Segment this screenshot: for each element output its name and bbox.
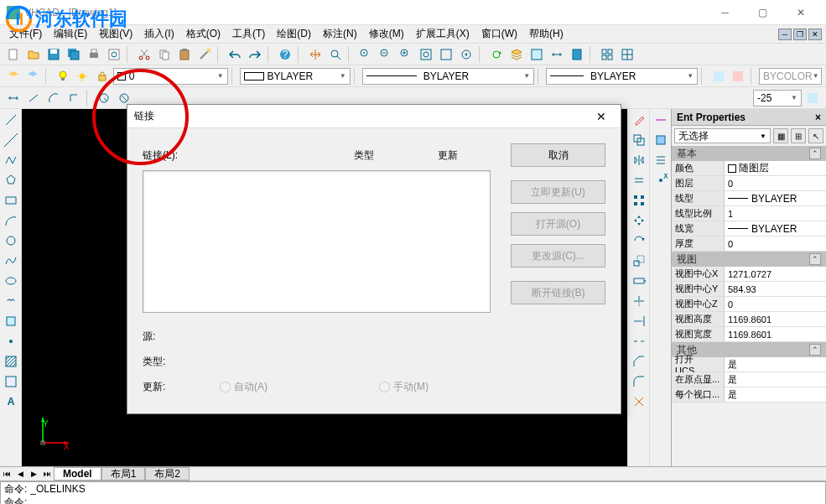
change-source-button[interactable]: 更改源(C)...: [511, 244, 605, 268]
type-label: 类型:: [143, 355, 165, 369]
dialog-overlay: 链接 ✕ 链接(L): 类型 更新 取消 立即更新(U) 打开源(O) 更改源(…: [0, 0, 826, 504]
open-source-button[interactable]: 打开源(O): [511, 212, 605, 236]
update-now-button[interactable]: 立即更新(U): [511, 180, 605, 204]
links-dialog: 链接 ✕ 链接(L): 类型 更新 取消 立即更新(U) 打开源(O) 更改源(…: [127, 104, 621, 414]
links-label: 链接(L):: [143, 148, 178, 163]
dialog-close-button[interactable]: ✕: [589, 107, 614, 127]
update-column: 更新: [438, 148, 458, 163]
cancel-button[interactable]: 取消: [511, 143, 605, 167]
auto-radio[interactable]: 自动(A): [220, 380, 268, 394]
dialog-titlebar[interactable]: 链接 ✕: [127, 105, 621, 128]
source-label: 源:: [143, 330, 155, 344]
dialog-title: 链接: [134, 109, 589, 123]
links-listbox[interactable]: [143, 170, 491, 313]
update-label: 更新:: [143, 380, 165, 394]
type-column: 类型: [354, 148, 374, 163]
manual-radio[interactable]: 手动(M): [379, 380, 429, 394]
break-link-button[interactable]: 断开链接(B): [511, 281, 605, 304]
